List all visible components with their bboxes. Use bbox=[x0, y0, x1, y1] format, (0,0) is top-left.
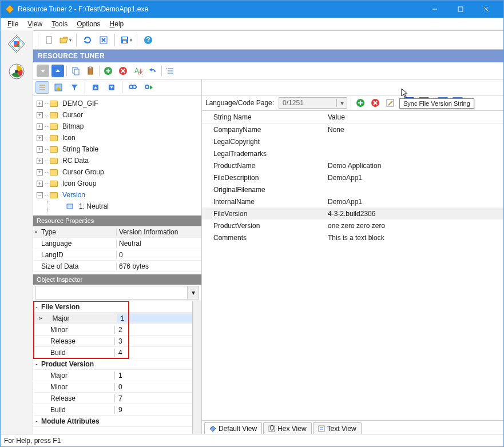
grid-row[interactable]: InternalNameDemoApp1 bbox=[202, 195, 503, 207]
grid-row[interactable]: LegalTrademarks bbox=[202, 147, 503, 159]
grid-row[interactable]: LegalCopyright bbox=[202, 135, 503, 147]
collapse-button[interactable] bbox=[105, 81, 118, 94]
inspector-section[interactable]: -Module Attributes bbox=[33, 416, 192, 427]
app-icon bbox=[5, 5, 14, 14]
delete-button[interactable] bbox=[117, 65, 129, 77]
grid-row[interactable]: FileDescriptionDemoApp1 bbox=[202, 171, 503, 183]
minimize-button[interactable] bbox=[422, 1, 447, 18]
tree-item[interactable]: +Cursor Group bbox=[34, 166, 200, 178]
add-button[interactable] bbox=[102, 65, 114, 77]
help-button[interactable]: ? bbox=[142, 34, 154, 46]
inspector-row[interactable]: Minor0 bbox=[33, 381, 192, 393]
tree-item[interactable]: +Bitmap bbox=[34, 121, 200, 132]
arrow-up-button[interactable] bbox=[51, 65, 64, 77]
inspector-row[interactable]: Major1 bbox=[33, 370, 192, 381]
svg-rect-18 bbox=[122, 37, 127, 39]
add-lang-button[interactable] bbox=[355, 97, 366, 109]
dropdown-icon[interactable]: ▾ bbox=[187, 286, 199, 299]
arrow-down-button[interactable] bbox=[37, 65, 49, 77]
open-button[interactable]: ▾ bbox=[59, 34, 72, 46]
menu-help[interactable]: Help bbox=[106, 19, 128, 29]
tree-item[interactable]: +Cursor bbox=[34, 109, 200, 121]
menu-file[interactable]: File bbox=[4, 19, 22, 29]
maximize-button[interactable] bbox=[447, 1, 473, 18]
tree-item[interactable]: +RC Data bbox=[34, 155, 200, 166]
app-banner: RESOURCE TUNER bbox=[33, 50, 503, 62]
inspector-row[interactable]: Build4 bbox=[33, 347, 192, 358]
svg-marker-22 bbox=[41, 70, 45, 73]
property-row: Size of Data676 bytes bbox=[33, 261, 201, 272]
tooltip: Sync File Version String bbox=[399, 98, 474, 109]
filter-button[interactable] bbox=[68, 81, 81, 94]
find-button[interactable] bbox=[126, 81, 140, 94]
grid-row[interactable]: ProductVersionone zero zero zero bbox=[202, 219, 503, 232]
rail-resource-icon[interactable] bbox=[6, 34, 27, 54]
sub-toolbar: Aあ bbox=[33, 62, 503, 79]
object-inspector: -File Version»Major1Minor2Release3Build4… bbox=[33, 301, 201, 434]
close-button[interactable] bbox=[473, 1, 499, 18]
tree-item[interactable]: 1: Neutral bbox=[34, 201, 200, 212]
grid-row[interactable]: FileVersion4-3-2.build2306 bbox=[202, 207, 503, 219]
translate-button[interactable]: Aあ bbox=[132, 65, 144, 77]
property-row: LanguageNeutral bbox=[33, 238, 201, 249]
close-file-button[interactable] bbox=[97, 34, 110, 46]
titlebar: Resource Tuner 2 - F:\Test\DemoApp1.exe bbox=[1, 1, 503, 18]
scrollbar[interactable] bbox=[192, 301, 201, 434]
svg-marker-23 bbox=[55, 69, 60, 72]
inspector-row[interactable]: Release7 bbox=[33, 393, 192, 404]
tree-item[interactable]: +String Table bbox=[34, 143, 200, 155]
tree-item[interactable]: +Icon Group bbox=[34, 178, 200, 189]
svg-marker-0 bbox=[6, 5, 14, 13]
expand-button[interactable] bbox=[89, 81, 102, 94]
property-row: »TypeVersion Information bbox=[33, 226, 201, 238]
tab-default-view[interactable]: Default View bbox=[204, 422, 262, 434]
grid-row[interactable]: ProductNameDemo Application bbox=[202, 159, 503, 171]
undo-button[interactable] bbox=[146, 65, 159, 77]
inspector-section[interactable]: -Product Version bbox=[33, 358, 192, 370]
grid-row[interactable]: CommentsThis is a text block bbox=[202, 232, 503, 244]
folder-icon bbox=[50, 169, 58, 175]
folder-icon bbox=[50, 158, 58, 164]
menu-view[interactable]: View bbox=[24, 19, 46, 29]
inspector-row[interactable]: Build9 bbox=[33, 404, 192, 416]
inspector-row[interactable]: »Major1 bbox=[33, 313, 192, 324]
save-button[interactable]: ▾ bbox=[120, 34, 132, 46]
copy-button[interactable] bbox=[69, 65, 82, 77]
svg-point-40 bbox=[166, 68, 167, 69]
svg-rect-55 bbox=[67, 204, 73, 209]
tree-item[interactable]: –Version bbox=[34, 189, 200, 201]
svg-text:?: ? bbox=[146, 36, 150, 44]
inspector-row[interactable]: Release3 bbox=[33, 336, 192, 347]
tree-item[interactable]: +DEMO_GIF bbox=[34, 98, 200, 109]
thumbnail-button[interactable] bbox=[51, 81, 65, 94]
inspector-row[interactable]: Minor2 bbox=[33, 324, 192, 336]
svg-marker-46 bbox=[72, 85, 77, 90]
inspector-section[interactable]: -File Version bbox=[33, 301, 192, 313]
menu-options[interactable]: Options bbox=[73, 19, 104, 29]
status-bar: For Help, press F1 bbox=[1, 434, 503, 446]
svg-point-52 bbox=[133, 85, 136, 89]
edit-lang-button[interactable] bbox=[384, 97, 396, 109]
tree-view-button[interactable] bbox=[35, 81, 49, 94]
rail-gauge-icon[interactable] bbox=[6, 61, 27, 82]
resource-tree[interactable]: +DEMO_GIF+Cursor+Bitmap+Icon+String Tabl… bbox=[33, 95, 201, 215]
object-inspector-filter[interactable]: ▾ bbox=[35, 286, 199, 300]
tab-hex-view[interactable]: 01Hex View bbox=[263, 422, 311, 434]
left-rail bbox=[1, 30, 33, 434]
svg-rect-8 bbox=[14, 41, 17, 44]
remove-lang-button[interactable] bbox=[370, 97, 381, 109]
new-button[interactable] bbox=[43, 34, 55, 46]
tab-text-view[interactable]: Text View bbox=[313, 422, 362, 434]
paste-button[interactable] bbox=[84, 65, 97, 77]
refresh-button[interactable] bbox=[81, 34, 94, 46]
svg-text:あ: あ bbox=[138, 67, 142, 75]
tree-item[interactable]: +Icon bbox=[34, 132, 200, 143]
svg-rect-25 bbox=[74, 69, 79, 75]
version-strings-grid[interactable]: String NameValue CompanyNameNoneLegalCop… bbox=[202, 111, 503, 420]
find-next-button[interactable] bbox=[142, 81, 156, 94]
grid-row[interactable]: CompanyNameNone bbox=[202, 123, 503, 135]
grid-row[interactable]: OriginalFilename bbox=[202, 183, 503, 195]
lang-combo[interactable]: 0/1251▾ bbox=[279, 97, 347, 109]
list-button[interactable] bbox=[164, 65, 177, 77]
menu-tools[interactable]: Tools bbox=[48, 19, 71, 29]
